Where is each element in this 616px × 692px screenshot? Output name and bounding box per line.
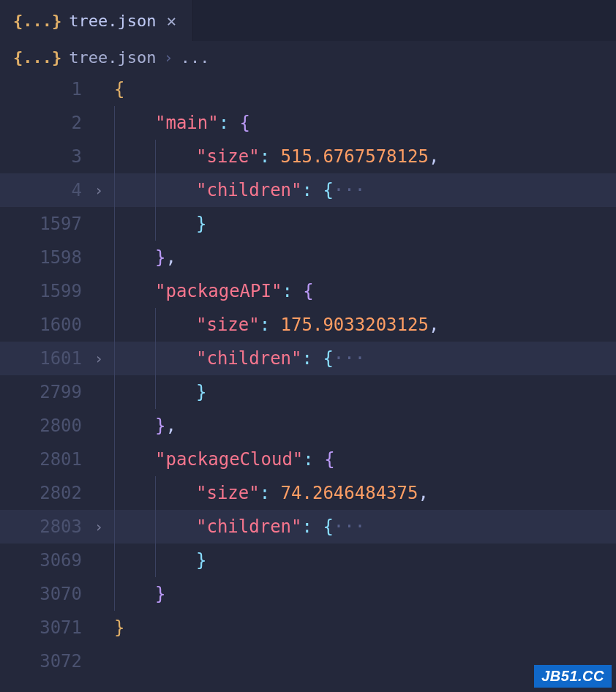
code-line[interactable]: 3072 <box>0 644 616 678</box>
code-content: } <box>110 584 165 604</box>
json-file-icon: {...} <box>13 48 61 67</box>
code-content: "size": 175.9033203125, <box>110 315 439 335</box>
code-content: } <box>110 214 206 234</box>
code-content: "children": {··· <box>110 348 365 369</box>
code-content: { <box>110 79 124 99</box>
breadcrumb[interactable]: {...} tree.json › ... <box>0 41 616 72</box>
fold-toggle[interactable]: › <box>88 350 110 367</box>
line-number: 1600 <box>0 315 88 335</box>
fold-toggle[interactable]: › <box>88 181 110 199</box>
code-line[interactable]: 2"main": { <box>0 106 616 140</box>
line-number: 3070 <box>0 584 88 604</box>
line-number: 1601 <box>0 348 88 369</box>
line-number: 2803 <box>0 516 88 537</box>
line-number: 3072 <box>0 651 88 672</box>
code-content: }, <box>110 247 176 268</box>
code-line[interactable]: 1598}, <box>0 241 616 274</box>
line-number: 2800 <box>0 415 88 436</box>
code-content: "children": {··· <box>110 180 365 200</box>
close-icon[interactable]: ✕ <box>163 12 179 30</box>
code-line[interactable]: 3"size": 515.6767578125, <box>0 140 616 173</box>
code-content: }, <box>110 415 176 436</box>
line-number: 2802 <box>0 483 88 503</box>
breadcrumb-rest: ... <box>181 48 210 67</box>
code-line[interactable]: 2803›"children": {··· <box>0 510 616 544</box>
line-number: 2799 <box>0 382 88 402</box>
json-file-icon: {...} <box>13 12 61 30</box>
code-line[interactable]: 1599"packageAPI": { <box>0 274 616 308</box>
code-content: "main": { <box>110 113 250 133</box>
line-number: 2801 <box>0 449 88 470</box>
line-number: 1599 <box>0 281 88 301</box>
code-content: "size": 515.6767578125, <box>110 146 439 167</box>
code-content: "children": {··· <box>110 516 365 537</box>
line-number: 1 <box>0 79 88 99</box>
code-line[interactable]: 2800}, <box>0 409 616 443</box>
code-content: "size": 74.2646484375, <box>110 483 429 503</box>
line-number: 1597 <box>0 214 88 234</box>
code-line[interactable]: 3071} <box>0 611 616 644</box>
watermark-badge: JB51.CC <box>534 665 612 688</box>
code-line[interactable]: 3069} <box>0 544 616 577</box>
fold-toggle[interactable]: › <box>88 518 110 535</box>
code-content: "packageCloud": { <box>110 449 335 470</box>
code-editor[interactable]: 1{2"main": {3"size": 515.6767578125,4›"c… <box>0 72 616 678</box>
line-number: 4 <box>0 180 88 200</box>
code-line[interactable]: 2801"packageCloud": { <box>0 443 616 476</box>
line-number: 3069 <box>0 550 88 571</box>
code-line[interactable]: 1600"size": 175.9033203125, <box>0 308 616 342</box>
code-line[interactable]: 4›"children": {··· <box>0 173 616 207</box>
tab-label: tree.json <box>69 12 156 30</box>
code-line[interactable]: 1597} <box>0 207 616 241</box>
code-content: } <box>110 550 206 571</box>
line-number: 3 <box>0 146 88 167</box>
line-number: 3071 <box>0 617 88 638</box>
tab-tree-json[interactable]: {...} tree.json ✕ <box>0 0 193 41</box>
chevron-right-icon: › <box>163 48 173 67</box>
code-line[interactable]: 2799} <box>0 375 616 409</box>
line-number: 2 <box>0 113 88 133</box>
code-line[interactable]: 1{ <box>0 72 616 106</box>
code-line[interactable]: 3070} <box>0 577 616 611</box>
line-number: 1598 <box>0 247 88 268</box>
code-line[interactable]: 2802"size": 74.2646484375, <box>0 476 616 510</box>
breadcrumb-file: tree.json <box>69 48 156 67</box>
code-line[interactable]: 1601›"children": {··· <box>0 342 616 375</box>
code-content: } <box>110 382 206 402</box>
code-content: "packageAPI": { <box>110 281 314 301</box>
code-content: } <box>110 617 124 638</box>
tab-bar: {...} tree.json ✕ <box>0 0 616 41</box>
